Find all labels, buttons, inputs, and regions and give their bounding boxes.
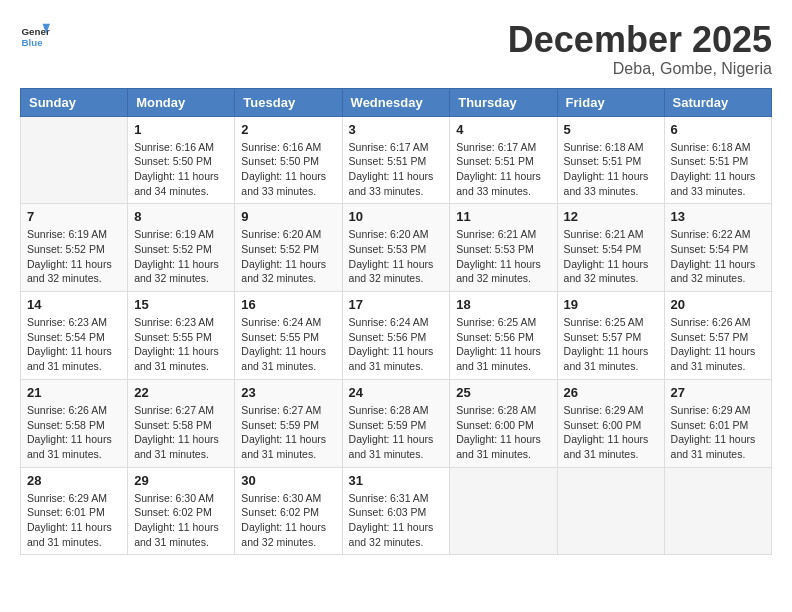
calendar-cell: 19Sunrise: 6:25 AMSunset: 5:57 PMDayligh…	[557, 292, 664, 380]
calendar-week-row: 1Sunrise: 6:16 AMSunset: 5:50 PMDaylight…	[21, 116, 772, 204]
day-info: Sunrise: 6:17 AMSunset: 5:51 PMDaylight:…	[349, 140, 444, 199]
calendar-week-row: 14Sunrise: 6:23 AMSunset: 5:54 PMDayligh…	[21, 292, 772, 380]
calendar-cell: 10Sunrise: 6:20 AMSunset: 5:53 PMDayligh…	[342, 204, 450, 292]
day-info: Sunrise: 6:16 AMSunset: 5:50 PMDaylight:…	[241, 140, 335, 199]
day-info: Sunrise: 6:29 AMSunset: 6:01 PMDaylight:…	[27, 491, 121, 550]
day-info: Sunrise: 6:20 AMSunset: 5:52 PMDaylight:…	[241, 227, 335, 286]
day-number: 29	[134, 473, 228, 488]
day-info: Sunrise: 6:27 AMSunset: 5:58 PMDaylight:…	[134, 403, 228, 462]
calendar-cell: 11Sunrise: 6:21 AMSunset: 5:53 PMDayligh…	[450, 204, 557, 292]
logo: General Blue	[20, 20, 50, 50]
day-number: 24	[349, 385, 444, 400]
calendar-day-header: Saturday	[664, 88, 771, 116]
calendar-day-header: Monday	[128, 88, 235, 116]
day-number: 18	[456, 297, 550, 312]
day-number: 21	[27, 385, 121, 400]
day-number: 10	[349, 209, 444, 224]
calendar-cell: 20Sunrise: 6:26 AMSunset: 5:57 PMDayligh…	[664, 292, 771, 380]
day-number: 31	[349, 473, 444, 488]
day-info: Sunrise: 6:26 AMSunset: 5:57 PMDaylight:…	[671, 315, 765, 374]
location: Deba, Gombe, Nigeria	[508, 60, 772, 78]
calendar-header-row: SundayMondayTuesdayWednesdayThursdayFrid…	[21, 88, 772, 116]
day-number: 13	[671, 209, 765, 224]
day-number: 7	[27, 209, 121, 224]
day-number: 17	[349, 297, 444, 312]
logo-icon: General Blue	[20, 20, 50, 50]
day-number: 5	[564, 122, 658, 137]
day-info: Sunrise: 6:19 AMSunset: 5:52 PMDaylight:…	[27, 227, 121, 286]
day-number: 6	[671, 122, 765, 137]
day-info: Sunrise: 6:25 AMSunset: 5:57 PMDaylight:…	[564, 315, 658, 374]
day-info: Sunrise: 6:25 AMSunset: 5:56 PMDaylight:…	[456, 315, 550, 374]
calendar-cell: 7Sunrise: 6:19 AMSunset: 5:52 PMDaylight…	[21, 204, 128, 292]
day-info: Sunrise: 6:23 AMSunset: 5:54 PMDaylight:…	[27, 315, 121, 374]
calendar-cell: 28Sunrise: 6:29 AMSunset: 6:01 PMDayligh…	[21, 467, 128, 555]
day-info: Sunrise: 6:21 AMSunset: 5:53 PMDaylight:…	[456, 227, 550, 286]
title-area: December 2025 Deba, Gombe, Nigeria	[508, 20, 772, 78]
calendar-day-header: Wednesday	[342, 88, 450, 116]
day-number: 19	[564, 297, 658, 312]
calendar-cell: 12Sunrise: 6:21 AMSunset: 5:54 PMDayligh…	[557, 204, 664, 292]
calendar-day-header: Sunday	[21, 88, 128, 116]
calendar-cell: 4Sunrise: 6:17 AMSunset: 5:51 PMDaylight…	[450, 116, 557, 204]
day-info: Sunrise: 6:29 AMSunset: 6:00 PMDaylight:…	[564, 403, 658, 462]
calendar-cell: 29Sunrise: 6:30 AMSunset: 6:02 PMDayligh…	[128, 467, 235, 555]
day-number: 26	[564, 385, 658, 400]
calendar-cell: 25Sunrise: 6:28 AMSunset: 6:00 PMDayligh…	[450, 379, 557, 467]
day-number: 28	[27, 473, 121, 488]
day-info: Sunrise: 6:26 AMSunset: 5:58 PMDaylight:…	[27, 403, 121, 462]
calendar-cell: 8Sunrise: 6:19 AMSunset: 5:52 PMDaylight…	[128, 204, 235, 292]
calendar-week-row: 28Sunrise: 6:29 AMSunset: 6:01 PMDayligh…	[21, 467, 772, 555]
day-number: 3	[349, 122, 444, 137]
day-info: Sunrise: 6:24 AMSunset: 5:55 PMDaylight:…	[241, 315, 335, 374]
day-number: 27	[671, 385, 765, 400]
day-number: 11	[456, 209, 550, 224]
day-info: Sunrise: 6:28 AMSunset: 6:00 PMDaylight:…	[456, 403, 550, 462]
calendar-cell: 31Sunrise: 6:31 AMSunset: 6:03 PMDayligh…	[342, 467, 450, 555]
calendar-cell: 1Sunrise: 6:16 AMSunset: 5:50 PMDaylight…	[128, 116, 235, 204]
calendar-cell: 26Sunrise: 6:29 AMSunset: 6:00 PMDayligh…	[557, 379, 664, 467]
calendar-cell: 15Sunrise: 6:23 AMSunset: 5:55 PMDayligh…	[128, 292, 235, 380]
day-number: 9	[241, 209, 335, 224]
calendar-cell: 5Sunrise: 6:18 AMSunset: 5:51 PMDaylight…	[557, 116, 664, 204]
calendar-cell	[664, 467, 771, 555]
calendar-day-header: Friday	[557, 88, 664, 116]
day-info: Sunrise: 6:20 AMSunset: 5:53 PMDaylight:…	[349, 227, 444, 286]
calendar-cell: 2Sunrise: 6:16 AMSunset: 5:50 PMDaylight…	[235, 116, 342, 204]
calendar-cell	[450, 467, 557, 555]
day-number: 15	[134, 297, 228, 312]
day-info: Sunrise: 6:18 AMSunset: 5:51 PMDaylight:…	[671, 140, 765, 199]
calendar-cell: 6Sunrise: 6:18 AMSunset: 5:51 PMDaylight…	[664, 116, 771, 204]
calendar-cell: 16Sunrise: 6:24 AMSunset: 5:55 PMDayligh…	[235, 292, 342, 380]
day-number: 22	[134, 385, 228, 400]
calendar-cell	[21, 116, 128, 204]
svg-text:Blue: Blue	[22, 37, 44, 48]
day-info: Sunrise: 6:29 AMSunset: 6:01 PMDaylight:…	[671, 403, 765, 462]
calendar-week-row: 7Sunrise: 6:19 AMSunset: 5:52 PMDaylight…	[21, 204, 772, 292]
day-info: Sunrise: 6:19 AMSunset: 5:52 PMDaylight:…	[134, 227, 228, 286]
day-number: 25	[456, 385, 550, 400]
day-number: 12	[564, 209, 658, 224]
day-info: Sunrise: 6:24 AMSunset: 5:56 PMDaylight:…	[349, 315, 444, 374]
calendar-cell: 3Sunrise: 6:17 AMSunset: 5:51 PMDaylight…	[342, 116, 450, 204]
day-info: Sunrise: 6:23 AMSunset: 5:55 PMDaylight:…	[134, 315, 228, 374]
day-number: 20	[671, 297, 765, 312]
day-info: Sunrise: 6:18 AMSunset: 5:51 PMDaylight:…	[564, 140, 658, 199]
calendar-cell: 9Sunrise: 6:20 AMSunset: 5:52 PMDaylight…	[235, 204, 342, 292]
day-number: 23	[241, 385, 335, 400]
calendar-cell: 22Sunrise: 6:27 AMSunset: 5:58 PMDayligh…	[128, 379, 235, 467]
calendar-day-header: Tuesday	[235, 88, 342, 116]
day-number: 16	[241, 297, 335, 312]
day-number: 1	[134, 122, 228, 137]
day-number: 4	[456, 122, 550, 137]
day-number: 14	[27, 297, 121, 312]
day-info: Sunrise: 6:31 AMSunset: 6:03 PMDaylight:…	[349, 491, 444, 550]
calendar-cell: 14Sunrise: 6:23 AMSunset: 5:54 PMDayligh…	[21, 292, 128, 380]
calendar-cell: 24Sunrise: 6:28 AMSunset: 5:59 PMDayligh…	[342, 379, 450, 467]
day-number: 2	[241, 122, 335, 137]
calendar-cell: 18Sunrise: 6:25 AMSunset: 5:56 PMDayligh…	[450, 292, 557, 380]
day-number: 8	[134, 209, 228, 224]
day-info: Sunrise: 6:22 AMSunset: 5:54 PMDaylight:…	[671, 227, 765, 286]
calendar-day-header: Thursday	[450, 88, 557, 116]
calendar-cell: 21Sunrise: 6:26 AMSunset: 5:58 PMDayligh…	[21, 379, 128, 467]
